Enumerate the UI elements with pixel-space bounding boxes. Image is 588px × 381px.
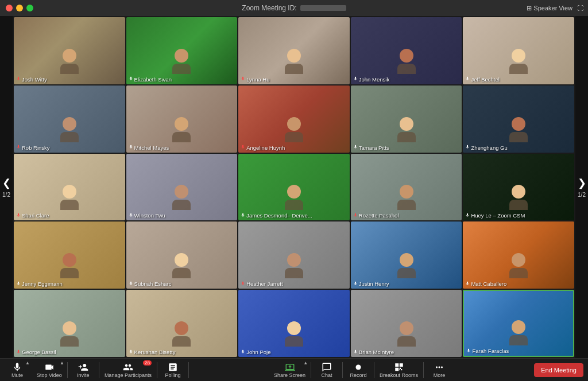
participants-label: Manage Participants [105,372,152,378]
participant-avatar [60,49,79,74]
participant-avatar [509,117,528,142]
next-page-button[interactable]: ❯ 1/2 [575,16,588,358]
participant-mic-icon [16,76,21,82]
participant-mic-icon [241,281,245,287]
participant-name-label: Josh Witty [16,76,47,83]
breakout-button[interactable]: Breakout Rooms [375,359,423,381]
participant-avatar [60,321,79,347]
participant-name-label: John Mensik [353,76,389,83]
record-label: Record [350,372,367,378]
toolbar: ▲ Mute ▲ Stop Video Invite 28 [0,358,588,381]
traffic-lights [6,5,33,11]
more-button[interactable]: More [424,359,454,381]
speaker-view-icon: ⊞ [527,5,532,12]
toolbar-right: End Meeting [534,363,586,377]
participant-name-text: Winston Twu [134,212,165,219]
participant-name-label: James Desmond– Denve... [241,212,312,219]
participant-name-text: Farah Faraclas [472,348,509,354]
participant-avatar [172,253,191,278]
divider-5 [311,362,311,378]
participant-mic-icon [16,213,21,219]
participant-mic-icon [16,145,21,150]
fullscreen-button[interactable]: ⛶ [577,5,583,11]
participant-name-text: Huey Le – Zoom CSM [471,212,525,219]
title-bar: Zoom Meeting ID: ⊞ Speaker View ⛶ [0,0,588,16]
participant-mic-icon [353,145,358,150]
video-cell: Josh Witty [14,17,125,84]
polling-button[interactable]: Polling [158,359,188,381]
participant-mic-icon [16,349,21,355]
video-cell: Zhenghang Gu [463,85,574,153]
prev-page-button[interactable]: ❮ 1/2 [0,16,13,358]
participant-avatar [397,49,416,74]
speaker-view-label: Speaker View [533,5,572,11]
top-right-controls: ⊞ Speaker View ⛶ [527,5,583,12]
participant-mic-icon [129,76,133,82]
participant-name-text: Zhenghang Gu [471,145,507,151]
video-cell: Elizabeth Swan [126,17,238,84]
video-cell: Kerushan Bisetty [126,290,238,357]
meeting-id-value [300,5,346,11]
participant-name-text: Lynna Hu [246,76,269,83]
participant-name-text: John Mensik [359,76,389,83]
participant-name-text: Josh Witty [22,76,47,83]
participant-avatar [285,49,303,74]
minimize-button[interactable] [16,5,23,11]
participant-name-text: Rob Rinsky [22,145,50,151]
participant-name-text: George Bassil [22,349,56,355]
toolbar-left: ▲ Mute ▲ Stop Video Invite 28 [2,359,189,381]
video-cell: John Mensik [351,17,462,84]
participant-name-label: Rob Rinsky [16,145,50,151]
participant-avatar [60,253,79,278]
participant-name-text: James Desmond– Denve... [246,212,312,219]
chat-button[interactable]: Chat [312,359,342,381]
participants-badge: 28 [143,360,152,366]
share-chevron-icon[interactable]: ▲ [303,360,308,366]
video-area: ❮ 1/2 Josh WittyElizabeth SwanLynna HuJo… [0,16,588,358]
participant-mic-icon [16,281,21,287]
breakout-label: Breakout Rooms [380,372,418,378]
polling-icon [168,362,178,372]
mute-chevron-icon[interactable]: ▲ [25,360,30,366]
participants-button[interactable]: 28 Manage Participants [100,359,156,381]
participant-avatar [172,185,191,210]
more-label: More [434,372,446,378]
video-cell: Jeff Bechtel [463,17,574,84]
video-cell: Mitchel Mayes [126,85,238,153]
record-button[interactable]: Record [343,359,373,381]
video-grid: Josh WittyElizabeth SwanLynna HuJohn Men… [13,16,575,358]
participant-name-label: Tamara Pitts [353,145,389,151]
video-icon [44,362,55,372]
participant-name-label: Heather Jarrett [241,281,283,287]
polling-label: Polling [165,372,180,378]
participant-avatar [397,321,416,347]
participant-avatar [60,185,79,210]
stop-video-button[interactable]: ▲ Stop Video [32,359,67,381]
invite-button[interactable]: Invite [68,359,98,381]
video-chevron-icon[interactable]: ▲ [60,360,64,366]
participant-name-label: Jenny Eggimann [16,281,63,287]
participant-name-label: Justin Henry [353,281,389,287]
participant-name-text: Angeline Huynh [246,145,285,151]
participant-mic-icon [129,145,133,150]
speaker-view-button[interactable]: ⊞ Speaker View [527,5,572,12]
end-meeting-button[interactable]: End Meeting [534,363,583,377]
participant-avatar [509,185,528,210]
share-screen-label: Share Screen [274,372,305,378]
more-icon [434,362,444,372]
share-screen-button[interactable]: ▲ Share Screen [269,359,310,381]
video-cell: Matt Caballero [463,221,574,289]
maximize-button[interactable] [26,5,33,11]
participant-name-text: Kerushan Bisetty [134,349,176,355]
mute-button[interactable]: ▲ Mute [2,359,32,381]
video-cell: John Poje [238,290,350,357]
divider-6 [342,362,343,378]
participant-name-label: Brian McIntyre [353,349,394,355]
participant-name-text: Tamara Pitts [359,145,389,151]
meeting-title: Zoom Meeting ID: [242,4,346,12]
meeting-id-label: Zoom Meeting ID: [242,4,296,12]
participant-avatar [172,49,191,74]
video-cell: Shari Clare [14,154,125,221]
close-button[interactable] [6,5,13,11]
participant-name-label: Lynna Hu [241,76,269,83]
